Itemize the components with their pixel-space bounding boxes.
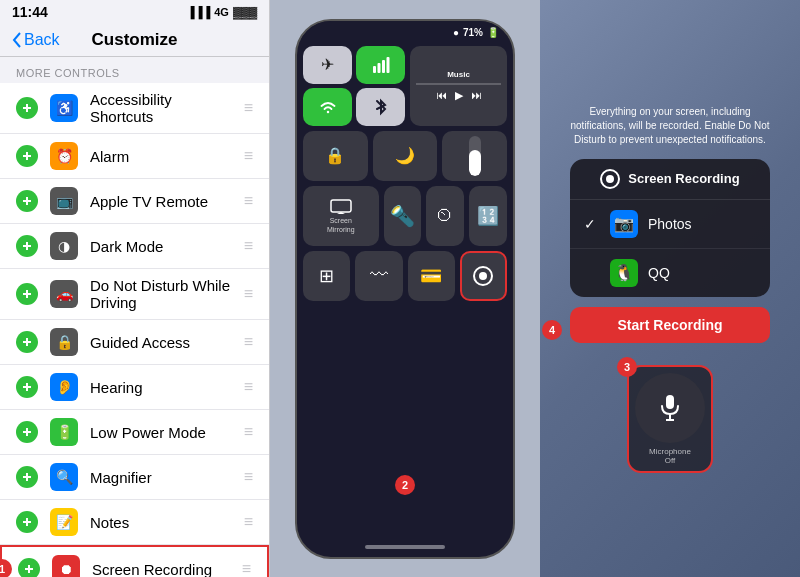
right-panel: Everything on your screen, including not… bbox=[540, 0, 800, 577]
list-item-low-power: 🔋 Low Power Mode ≡ bbox=[0, 410, 269, 455]
iphone-battery-pct: 71% bbox=[463, 27, 483, 38]
drag-handle[interactable]: ≡ bbox=[242, 560, 251, 577]
qq-icon: 🐧 bbox=[610, 259, 638, 287]
svg-rect-31 bbox=[666, 395, 674, 409]
dnd-icon: 🚗 bbox=[50, 280, 78, 308]
torch-button[interactable]: 🔦 bbox=[384, 186, 422, 246]
dark-mode-icon: ◑ bbox=[50, 232, 78, 260]
bluetooth-button[interactable] bbox=[356, 88, 405, 126]
cellular-button[interactable] bbox=[356, 46, 405, 84]
drag-handle[interactable]: ≡ bbox=[244, 237, 253, 255]
wallet-button[interactable]: 💳 bbox=[408, 251, 455, 301]
drag-handle[interactable]: ≡ bbox=[244, 99, 253, 117]
popup-item-qq[interactable]: ✓ 🐧 QQ bbox=[570, 249, 770, 297]
magnifier-label: Magnifier bbox=[90, 469, 232, 486]
iphone-battery-bar: 🔋 bbox=[487, 27, 499, 38]
timer-button[interactable]: ⏲ bbox=[426, 186, 464, 246]
photos-icon: 📷 bbox=[610, 210, 638, 238]
add-dnd-button[interactable] bbox=[16, 283, 38, 305]
low-power-icon: 🔋 bbox=[50, 418, 78, 446]
list-item-accessibility: ♿ Accessibility Shortcuts ≡ bbox=[0, 83, 269, 134]
drag-handle[interactable]: ≡ bbox=[244, 513, 253, 531]
home-indicator bbox=[297, 537, 513, 557]
iphone-status-bar: . ● 71% 🔋 bbox=[297, 21, 513, 40]
hearing-icon: 👂 bbox=[50, 373, 78, 401]
controls-list: ♿ Accessibility Shortcuts ≡ ⏰ Alarm ≡ 📺 … bbox=[0, 83, 269, 577]
notes-icon: 📝 bbox=[50, 508, 78, 536]
signal-icon: ▐▐▐ bbox=[187, 6, 210, 18]
left-panel: 11:44 ▐▐▐ 4G ▓▓▓ Back Customize MORE CON… bbox=[0, 0, 270, 577]
apple-tv-label: Apple TV Remote bbox=[90, 193, 232, 210]
connectivity-block: ✈ bbox=[303, 46, 405, 126]
calculator-button[interactable]: 🔢 bbox=[469, 186, 507, 246]
cc-row-3: Screen Mirroring 🔦 ⏲ 🔢 bbox=[303, 186, 507, 246]
airplane-mode-button[interactable]: ✈ bbox=[303, 46, 352, 84]
rotation-lock-button[interactable]: 🔒 bbox=[303, 131, 368, 181]
cc-row-1: ✈ Music ⏮ ▶ bbox=[303, 46, 507, 126]
alarm-icon: ⏰ bbox=[50, 142, 78, 170]
sound-button[interactable]: 〰 bbox=[355, 251, 402, 301]
music-control-block[interactable]: Music ⏮ ▶ ⏭ bbox=[410, 46, 507, 126]
drag-handle[interactable]: ≡ bbox=[244, 378, 253, 396]
music-title: Music bbox=[447, 70, 470, 79]
microphone-status: Off bbox=[665, 456, 676, 465]
notes-label: Notes bbox=[90, 514, 232, 531]
drag-handle[interactable]: ≡ bbox=[244, 333, 253, 351]
add-guided-access-button[interactable] bbox=[16, 331, 38, 353]
add-dark-mode-button[interactable] bbox=[16, 235, 38, 257]
list-item-magnifier: 🔍 Magnifier ≡ bbox=[0, 455, 269, 500]
qr-scanner-button[interactable]: ⊞ bbox=[303, 251, 350, 301]
screen-record-button[interactable] bbox=[460, 251, 507, 301]
back-button[interactable]: Back bbox=[12, 31, 60, 49]
drag-handle[interactable]: ≡ bbox=[244, 192, 253, 210]
dark-mode-label: Dark Mode bbox=[90, 238, 232, 255]
next-track-button[interactable]: ⏭ bbox=[471, 89, 482, 102]
accessibility-label: Accessibility Shortcuts bbox=[90, 91, 232, 125]
cc-row-2: 🔒 🌙 bbox=[303, 131, 507, 181]
step3-badge: 3 bbox=[617, 357, 637, 377]
popup-item-photos[interactable]: ✓ 📷 Photos bbox=[570, 200, 770, 249]
popup-rec-dot bbox=[606, 175, 614, 183]
add-magnifier-button[interactable] bbox=[16, 466, 38, 488]
add-apple-tv-button[interactable] bbox=[16, 190, 38, 212]
add-hearing-button[interactable] bbox=[16, 376, 38, 398]
popup-title-label: Screen Recording bbox=[628, 171, 739, 186]
status-time: 11:44 bbox=[12, 4, 48, 20]
info-text: Everything on your screen, including not… bbox=[570, 105, 770, 147]
add-notes-button[interactable] bbox=[16, 511, 38, 533]
screen-recording-label: Screen Recording bbox=[92, 561, 230, 578]
brightness-slider[interactable] bbox=[442, 131, 507, 181]
list-item-notes: 📝 Notes ≡ bbox=[0, 500, 269, 545]
drag-handle[interactable]: ≡ bbox=[244, 468, 253, 486]
drag-handle[interactable]: ≡ bbox=[244, 423, 253, 441]
add-alarm-button[interactable] bbox=[16, 145, 38, 167]
dnd-label: Do Not Disturb While Driving bbox=[90, 277, 232, 311]
start-recording-button[interactable]: Start Recording bbox=[570, 307, 770, 343]
popup-menu: Screen Recording ✓ 📷 Photos ✓ 🐧 QQ bbox=[570, 159, 770, 297]
screen-mirror-button[interactable]: Screen Mirroring bbox=[303, 186, 379, 246]
svg-rect-30 bbox=[331, 200, 351, 212]
back-label: Back bbox=[24, 31, 60, 49]
battery-icon: ▓▓▓ bbox=[233, 6, 257, 18]
svg-rect-29 bbox=[386, 57, 389, 73]
add-low-power-button[interactable] bbox=[16, 421, 38, 443]
play-button[interactable]: ▶ bbox=[455, 89, 463, 102]
hearing-label: Hearing bbox=[90, 379, 232, 396]
svg-rect-28 bbox=[382, 60, 385, 73]
apple-tv-icon: 📺 bbox=[50, 187, 78, 215]
do-not-disturb-button[interactable]: 🌙 bbox=[373, 131, 438, 181]
wifi-button[interactable] bbox=[303, 88, 352, 126]
start-recording-container: 4 Start Recording bbox=[570, 307, 770, 353]
drag-handle[interactable]: ≡ bbox=[244, 147, 253, 165]
prev-track-button[interactable]: ⏮ bbox=[436, 89, 447, 102]
music-controls: ⏮ ▶ ⏭ bbox=[436, 89, 482, 102]
drag-handle[interactable]: ≡ bbox=[244, 285, 253, 303]
step2-badge: 2 bbox=[395, 475, 415, 495]
microphone-button[interactable] bbox=[635, 373, 705, 443]
microphone-label: Microphone Off bbox=[635, 447, 705, 465]
page-title: Customize bbox=[92, 30, 178, 50]
add-screen-recording-button[interactable] bbox=[18, 558, 40, 577]
photos-label: Photos bbox=[648, 216, 692, 232]
alarm-label: Alarm bbox=[90, 148, 232, 165]
add-accessibility-button[interactable] bbox=[16, 97, 38, 119]
